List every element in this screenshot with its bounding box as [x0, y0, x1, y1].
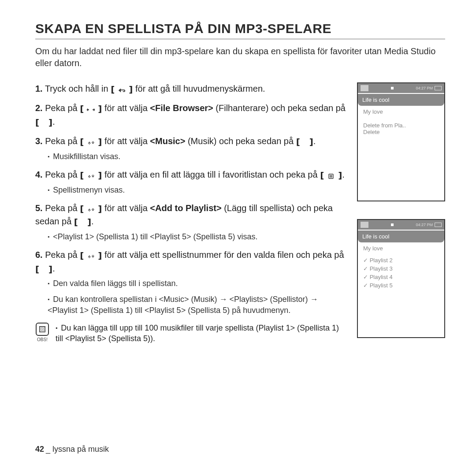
- note-icon: OBS!: [35, 323, 49, 343]
- device-1-topbar: 04:27 PM: [358, 83, 444, 93]
- svg-point-12: [89, 257, 90, 258]
- device-1-menu-item: Delete from Pla..: [363, 122, 439, 129]
- up-down-key-icon: [ ]: [80, 203, 102, 215]
- device-1-time: 04:27 PM: [416, 86, 433, 90]
- left-right-key-icon: [ ]: [80, 103, 102, 115]
- svg-point-0: [88, 109, 89, 110]
- device-1-menu-item: Delete: [363, 129, 439, 135]
- step-6-sub1: Den valda filen läggs till i spellistan.: [35, 278, 346, 290]
- device-2-playlist: Playlist 3: [363, 265, 439, 272]
- note-text: Du kan lägga till upp till 100 musikfile…: [56, 323, 346, 344]
- indicator-icon: [391, 87, 394, 89]
- device-2-playlist: Playlist 5: [363, 282, 439, 289]
- device-1-selected: Life is cool: [358, 94, 444, 106]
- steps-column: 1. Tryck och håll in [ ] för att gå till…: [35, 82, 346, 344]
- battery-icon: [435, 223, 442, 227]
- select-key-icon: [ ]: [35, 116, 52, 129]
- intro-text: Om du har laddat ned filer till din mp3-…: [35, 45, 445, 69]
- device-2-row: My love: [363, 245, 439, 252]
- step-3-sub: Musikfillistan visas.: [35, 151, 346, 163]
- select-key-icon: [ ]: [35, 263, 52, 275]
- page-title: SKAPA EN SPELLISTA PÅ DIN MP3-SPELARE: [35, 21, 445, 36]
- device-2-selected: Life is cool: [358, 231, 444, 242]
- svg-point-13: [93, 255, 93, 256]
- svg-point-4: [89, 177, 90, 178]
- device-preview-1: 04:27 PM Life is cool My love Delete fro…: [357, 82, 445, 201]
- select-key-icon: [ ]: [296, 136, 313, 148]
- step-5-sub: <Playlist 1> (Spellista 1) till <Playlis…: [35, 231, 346, 243]
- svg-point-10: [89, 210, 90, 211]
- step-6-sub2: Du kan kontrollera spellistan i <Music> …: [35, 294, 346, 316]
- select-key-icon: [ ]: [74, 216, 91, 228]
- step-4: 4. Peka på [ ] för att välja en fil att …: [35, 168, 346, 196]
- step-2: 2. Peka på [ ] för att välja <File Brows…: [35, 102, 346, 129]
- back-key-icon: [ ]: [111, 83, 133, 96]
- step-5: 5. Peka på [ ] för att välja <Add to Pla…: [35, 202, 346, 242]
- up-down-key-icon: [ ]: [80, 249, 102, 262]
- step-6: 6. Peka på [ ] för att välja ett spellis…: [35, 249, 346, 316]
- up-down-key-icon: [ ]: [80, 136, 102, 148]
- rule: [35, 39, 445, 39]
- device-2-topbar: 04:27 PM: [358, 220, 444, 230]
- svg-point-11: [93, 208, 93, 209]
- device-2-time: 04:27 PM: [416, 223, 433, 227]
- svg-point-1: [93, 109, 94, 110]
- camera-icon: [361, 222, 368, 228]
- svg-point-5: [93, 175, 93, 176]
- battery-icon: [435, 86, 442, 90]
- device-2-playlist: Playlist 4: [363, 274, 439, 280]
- device-2-playlist: Playlist 2: [363, 257, 439, 264]
- page-footer: 42_ lyssna på musik: [35, 445, 109, 454]
- svg-point-2: [89, 144, 90, 145]
- indicator-icon: [391, 223, 394, 226]
- device-1-row: My love: [363, 108, 439, 115]
- step-4-sub: Spellistmenyn visas.: [35, 185, 346, 196]
- device-preview-2: 04:27 PM Life is cool My love Playlist 2…: [357, 219, 445, 338]
- camera-icon: [361, 85, 368, 91]
- step-1: 1. Tryck och håll in [ ] för att gå till…: [35, 82, 346, 96]
- up-down-key-icon: [ ]: [80, 169, 102, 182]
- svg-point-3: [93, 141, 93, 142]
- menu-key-icon: [ ]: [320, 169, 342, 182]
- step-3: 3. Peka på [ ] för att välja <Music> (Mu…: [35, 135, 346, 162]
- note-row: OBS! Du kan lägga till upp till 100 musi…: [35, 323, 346, 344]
